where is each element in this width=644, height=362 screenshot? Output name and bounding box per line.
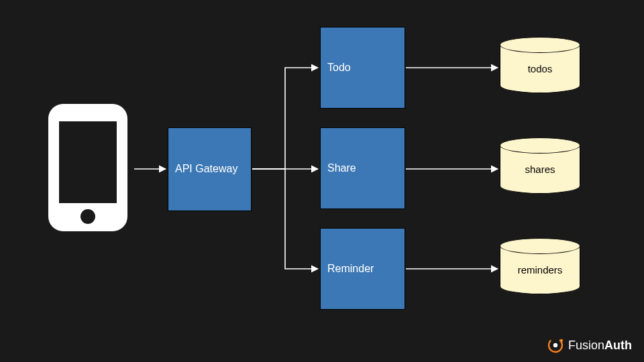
db-top [500, 238, 580, 254]
svg-point-4 [553, 343, 557, 347]
brand-text-fusion: Fusion [568, 339, 604, 353]
service-share-label: Share [327, 162, 356, 174]
svg-rect-1 [59, 121, 117, 203]
service-reminder-label: Reminder [327, 263, 374, 275]
db-reminders: reminders [500, 238, 580, 294]
service-reminder-box: Reminder [320, 228, 405, 310]
db-reminders-label: reminders [518, 264, 563, 276]
db-top [500, 37, 580, 53]
svg-point-5 [560, 339, 563, 342]
service-todo-label: Todo [327, 62, 351, 74]
fusionauth-icon [547, 337, 564, 354]
db-todos-label: todos [528, 63, 553, 74]
api-gateway-box: API Gateway [168, 127, 252, 211]
brand-text-auth: Auth [604, 339, 632, 353]
db-shares-label: shares [525, 164, 555, 175]
svg-point-2 [80, 209, 95, 224]
brand-logo: FusionAuth [547, 337, 632, 354]
db-todos: todos [500, 37, 580, 93]
arrow-gateway-reminder [252, 169, 318, 269]
db-shares: shares [500, 137, 580, 194]
arrow-gateway-todo [252, 68, 318, 169]
service-todo-box: Todo [320, 27, 405, 109]
service-share-box: Share [320, 127, 405, 209]
db-top [500, 137, 580, 154]
phone-icon [48, 104, 127, 234]
diagram-canvas: API Gateway Todo Share Reminder todos sh… [0, 0, 644, 362]
api-gateway-label: API Gateway [175, 162, 237, 176]
